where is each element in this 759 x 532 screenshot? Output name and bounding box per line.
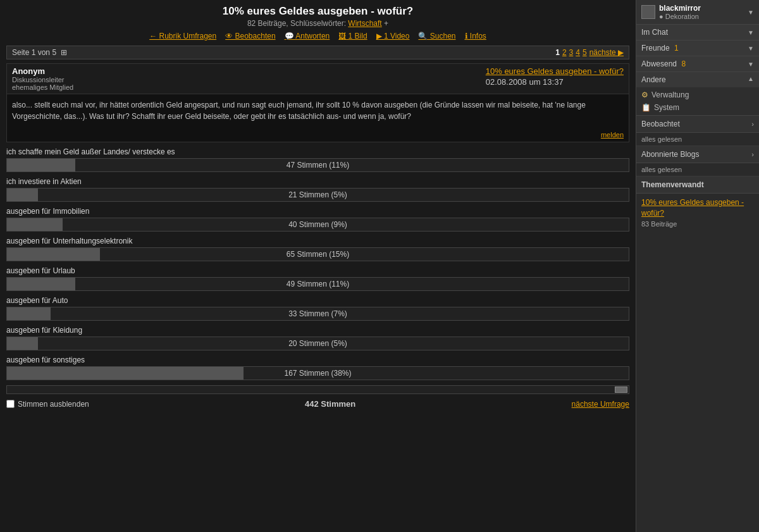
nav-suchen[interactable]: 🔍 Suchen [418, 32, 455, 40]
poll-bar-text-7: 167 Stimmen (38%) [7, 369, 629, 378]
page-icon: ⊞ [61, 48, 67, 57]
subtitle-prefix: 82 Beiträge, Schlüsselwörter: [247, 19, 346, 28]
hide-votes-checkbox[interactable] [6, 400, 15, 408]
sidebar-user-chevron[interactable]: ▼ [748, 9, 754, 16]
pagination-pages: 1 2 3 4 5 nächste ▶ [555, 48, 624, 57]
page-5[interactable]: 5 [583, 48, 587, 57]
themenverwandt-link[interactable]: 10% eures Geldes ausgeben - wofür? [641, 198, 744, 218]
freunde-count: 1 [674, 44, 679, 53]
sidebar-user-info: blackmirror ● Dekoration [641, 4, 701, 20]
poll-bar-wrapper-5: 33 Stimmen (7%) [6, 307, 629, 321]
system-icon: 📋 [641, 103, 651, 112]
avatar [641, 5, 655, 19]
themenverwandt-content: 10% eures Geldes ausgeben - wofür? 83 Be… [636, 194, 759, 232]
poll-option-3: ausgeben für Unterhaltungselektronik65 S… [6, 237, 629, 261]
sidebar-freunde-header[interactable]: Freunde 1 ▼ [636, 40, 759, 56]
poll-label-4: ausgeben für Urlaub [6, 266, 629, 275]
sidebar-user-details: blackmirror ● Dekoration [659, 4, 701, 20]
post-role1: Diskussionsleiter [12, 76, 73, 84]
scroll-bar-bottom[interactable] [6, 385, 629, 394]
next-poll-link[interactable]: nächste Umfrage [572, 400, 629, 409]
andere-item-verwaltung[interactable]: ⚙ Verwaltung [641, 89, 754, 101]
nav-antworten[interactable]: 💬 Antworten [285, 32, 330, 40]
sidebar-beobachtet-header[interactable]: Beobachtet › [636, 116, 759, 133]
keyword-link[interactable]: Wirtschaft [348, 19, 381, 28]
sidebar-andere-label: Andere [641, 75, 666, 84]
sidebar-abwesend-header[interactable]: Abwesend 8 ▼ [636, 56, 759, 71]
post-date: 02.08.2008 um 13:37 [486, 77, 624, 87]
poll-bar-text-5: 33 Stimmen (7%) [7, 309, 629, 318]
verwaltung-icon: ⚙ [641, 90, 648, 99]
page-next[interactable]: nächste ▶ [589, 48, 624, 57]
nav-bar: ← Rubrik Umfragen 👁 Beobachten 💬 Antwort… [6, 32, 629, 40]
poll-label-5: ausgeben für Auto [6, 296, 629, 305]
post-role2: ehemaliges Mitglied [12, 84, 73, 91]
page-3[interactable]: 3 [569, 48, 574, 57]
keyword-plus: + [384, 19, 388, 28]
blogs-label: Abonnierte Blogs [641, 150, 699, 159]
page-info: Seite 1 von 5 ⊞ [12, 48, 67, 57]
themenverwandt-count: 83 Beiträge [641, 220, 754, 228]
page-header: 10% eures Geldes ausgeben - wofür? 82 Be… [6, 5, 629, 28]
sidebar-abwesend-label: Abwesend 8 [641, 59, 686, 68]
sidebar-status: ● Dekoration [659, 13, 701, 20]
poll-option-0: ich schaffe mein Geld außer Landes/ vers… [6, 147, 629, 172]
blogs-read-all: alles gelesen [636, 163, 759, 176]
nav-rubrik[interactable]: ← Rubrik Umfragen [149, 32, 216, 40]
sidebar-chat-header[interactable]: Im Chat ▼ [636, 25, 759, 40]
sidebar-section-andere: Andere ▲ ⚙ Verwaltung 📋 System [636, 72, 759, 116]
beobachtet-read-all: alles gelesen [636, 133, 759, 146]
beobachtet-label: Beobachtet [641, 120, 680, 128]
page-subtitle: 82 Beiträge, Schlüsselwörter: Wirtschaft… [6, 19, 629, 28]
andere-item-system[interactable]: 📋 System [641, 101, 754, 114]
poll-bar-wrapper-6: 20 Stimmen (5%) [6, 337, 629, 350]
poll-bar-text-3: 65 Stimmen (15%) [7, 250, 629, 259]
scroll-thumb[interactable] [615, 387, 627, 393]
post-area: Anonym Diskussionsleiter ehemaliges Mitg… [6, 63, 629, 142]
sidebar-section-chat: Im Chat ▼ [636, 25, 759, 40]
post-footer: melden [7, 127, 629, 142]
sidebar-abwesend-chevron: ▼ [748, 61, 754, 68]
hide-votes-label: Stimmen ausblenden [18, 400, 89, 409]
sidebar-andere-chevron: ▲ [748, 75, 754, 84]
next-poll: nächste Umfrage [572, 400, 629, 409]
sidebar-blogs-header[interactable]: Abonnierte Blogs › [636, 146, 759, 163]
blogs-arrow: › [751, 151, 754, 158]
poll-option-2: ausgeben für Immobilien40 Stimmen (9%) [6, 207, 629, 232]
poll-bar-text-0: 47 Stimmen (11%) [7, 161, 629, 170]
poll-bar-text-2: 40 Stimmen (9%) [7, 220, 629, 229]
poll-bar-text-1: 21 Stimmen (5%) [7, 190, 629, 199]
post-title-link[interactable]: 10% eures Geldes ausgeben - wofür? [486, 66, 624, 76]
post-body: also... stellt euch mal vor, ihr hättet … [7, 94, 629, 127]
poll-option-5: ausgeben für Auto33 Stimmen (7%) [6, 296, 629, 321]
nav-beobachten[interactable]: 👁 Beobachten [225, 32, 275, 40]
page-4[interactable]: 4 [576, 48, 580, 57]
poll-bar-wrapper-1: 21 Stimmen (5%) [6, 188, 629, 202]
nav-video[interactable]: ▶ 1 Video [376, 32, 410, 40]
nav-bild[interactable]: 🖼 1 Bild [338, 32, 367, 40]
poll-bar-wrapper-0: 47 Stimmen (11%) [6, 158, 629, 172]
post-author-info: Anonym Diskussionsleiter ehemaliges Mitg… [12, 66, 73, 91]
poll-bar-text-4: 49 Stimmen (11%) [7, 280, 629, 288]
nav-infos[interactable]: ℹ Infos [465, 32, 486, 40]
report-link[interactable]: melden [601, 131, 624, 139]
post-meta: 10% eures Geldes ausgeben - wofür? 02.08… [486, 66, 624, 87]
post-author: Anonym [12, 66, 73, 76]
sidebar-freunde-label: Freunde 1 [641, 44, 679, 53]
sidebar-chat-chevron: ▼ [748, 29, 754, 36]
verwaltung-label: Verwaltung [651, 90, 689, 99]
main-content: 10% eures Geldes ausgeben - wofür? 82 Be… [0, 0, 636, 532]
page-2[interactable]: 2 [562, 48, 567, 57]
poll-bar-wrapper-2: 40 Stimmen (9%) [6, 218, 629, 232]
poll-label-6: ausgeben für Kleidung [6, 326, 629, 335]
sidebar-andere-header[interactable]: Andere ▲ [636, 72, 759, 87]
page-1[interactable]: 1 [555, 48, 560, 57]
beobachtet-arrow: › [751, 120, 754, 128]
sidebar-chat-label: Im Chat [641, 28, 668, 37]
sidebar-user-row: blackmirror ● Dekoration ▼ [636, 0, 759, 25]
poll-label-0: ich schaffe mein Geld außer Landes/ vers… [6, 147, 629, 156]
poll-option-7: ausgeben für sonstiges167 Stimmen (38%) [6, 356, 629, 380]
hide-votes: Stimmen ausblenden [6, 400, 89, 409]
system-label: System [654, 103, 679, 112]
poll-container: ich schaffe mein Geld außer Landes/ vers… [6, 147, 629, 380]
